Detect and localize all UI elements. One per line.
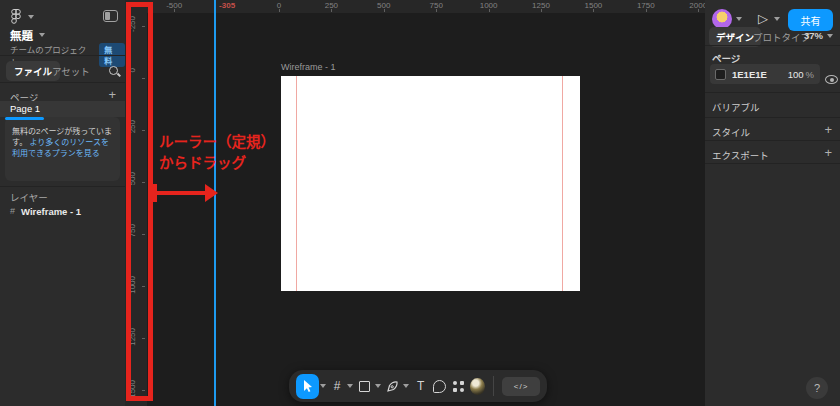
collapse-sidebar-icon[interactable]	[103, 10, 118, 22]
plan-limit-notice: 無料の2ページが残っています。 より多くのリソースを利用できるプランを見る	[5, 117, 120, 181]
annotation-line-1: ルーラー（定規）	[159, 132, 275, 153]
annotation-line-2: からドラッグ	[159, 153, 275, 174]
bottom-toolbar: # T </>	[289, 370, 547, 402]
upgrade-plan-link[interactable]: より多くのリソースを利用できるプランを見る	[12, 138, 109, 158]
h-ruler-tick-mark	[646, 9, 647, 12]
page-quota-progress-bar	[5, 117, 44, 120]
text-tool-button[interactable]: T	[411, 374, 430, 398]
file-menu[interactable]: 無題	[10, 27, 45, 43]
zoom-menu[interactable]: 37%	[804, 30, 833, 41]
wireframe-frame[interactable]	[281, 76, 580, 291]
divider	[0, 186, 125, 187]
user-avatar[interactable]	[712, 9, 732, 29]
toolbar-separator	[493, 376, 494, 396]
figma-app: -500025050075010001250150017502000-305 -…	[0, 0, 840, 406]
chevron-down-icon[interactable]	[736, 17, 742, 21]
chevron-down-icon[interactable]	[774, 17, 780, 21]
file-title: 無題	[10, 27, 33, 43]
comment-tool-button[interactable]	[430, 374, 449, 398]
help-button[interactable]: ?	[806, 377, 828, 399]
add-export-button[interactable]: +	[824, 148, 832, 158]
search-icon[interactable]	[108, 65, 120, 77]
color-hex-value[interactable]: 1E1E1E	[732, 69, 788, 80]
color-opacity-value[interactable]: 100	[788, 69, 804, 80]
dev-mode-toggle[interactable]: </>	[502, 377, 540, 396]
h-ruler-tick-mark	[698, 9, 699, 12]
color-swatch[interactable]	[715, 69, 726, 80]
comment-bubble-icon	[433, 380, 446, 393]
chevron-down-icon[interactable]	[375, 384, 381, 388]
move-tool-button[interactable]	[296, 374, 319, 399]
chevron-down-icon[interactable]	[403, 384, 409, 388]
frame-guide-right[interactable]	[562, 76, 563, 291]
zoom-level: 37%	[804, 30, 823, 41]
annotation-arrow-shaft	[154, 191, 207, 195]
layer-list-item[interactable]: # Wireframe - 1	[0, 203, 125, 219]
chevron-down-icon	[39, 33, 45, 37]
share-button[interactable]: 共有	[788, 9, 833, 31]
shape-tool-button[interactable]	[355, 374, 374, 398]
annotation-highlight-box	[126, 2, 153, 401]
chevron-down-icon[interactable]	[320, 384, 326, 388]
add-style-button[interactable]: +	[824, 125, 832, 135]
variables-section-header: バリアブル	[712, 100, 760, 114]
divider	[705, 140, 840, 141]
left-sidebar: 無題 チームのプロジェクト 無料 ファイル アセット ページ + Page 1 …	[0, 0, 125, 406]
chevron-down-icon[interactable]	[347, 384, 353, 388]
h-ruler-tick-mark	[384, 9, 385, 12]
frame-layer-icon: #	[10, 206, 15, 216]
page-list-item[interactable]: Page 1	[0, 101, 125, 117]
chevron-down-icon	[827, 34, 833, 38]
h-ruler-tick-mark	[279, 9, 280, 12]
dragged-guide-line[interactable]	[214, 0, 216, 406]
h-ruler-tick-mark	[174, 9, 175, 12]
rectangle-icon	[359, 381, 370, 392]
annotation-arrow-head-icon	[205, 184, 218, 202]
frame-title[interactable]: Wireframe - 1	[281, 62, 336, 72]
h-ruler-tick-mark	[541, 9, 542, 12]
h-ruler-tick-mark	[593, 9, 594, 12]
h-ruler-tick-mark	[436, 9, 437, 12]
figma-logo-icon[interactable]	[10, 8, 22, 25]
export-section-header: エクスポート	[712, 148, 769, 162]
annotation-text: ルーラー（定規） からドラッグ	[159, 132, 275, 174]
actions-grid-icon	[453, 381, 464, 392]
divider	[705, 117, 840, 118]
layer-name: Wireframe - 1	[21, 206, 81, 217]
pen-nib-icon	[386, 380, 399, 393]
tab-prototype[interactable]: プロトタイプ	[753, 30, 810, 44]
divider	[705, 163, 840, 164]
page-color-input[interactable]: 1E1E1E 100 %	[710, 64, 820, 84]
horizontal-ruler[interactable]: -500025050075010001250150017502000-305	[125, 0, 705, 13]
frame-guide-left[interactable]	[296, 76, 297, 291]
present-play-icon[interactable]: ▷	[758, 11, 768, 26]
page-section-header: ページ	[712, 51, 740, 65]
pen-tool-button[interactable]	[383, 374, 402, 398]
right-inspector-panel: ▷ 共有 デザイン プロトタイプ 37% ページ 1E1E1E 100 % バリ…	[705, 0, 840, 406]
actions-menu-button[interactable]	[449, 374, 468, 398]
divider	[0, 82, 125, 83]
styles-section-header: スタイル	[712, 125, 750, 139]
tab-assets[interactable]: アセット	[52, 64, 90, 78]
h-ruler-tick-mark	[331, 9, 332, 12]
visibility-eye-icon[interactable]	[825, 75, 838, 84]
percent-sign: %	[806, 69, 814, 80]
cursor-arrow-icon	[301, 379, 313, 393]
h-ruler-tick-mark	[489, 9, 490, 12]
add-page-button[interactable]: +	[108, 90, 116, 100]
frame-tool-button[interactable]: #	[328, 374, 347, 398]
divider	[0, 55, 125, 56]
divider	[705, 45, 840, 46]
chevron-down-icon[interactable]	[28, 15, 34, 19]
layers-section-header: レイヤー	[10, 190, 48, 204]
guide-position-label: -305	[219, 1, 235, 10]
ai-sphere-icon[interactable]	[470, 378, 485, 395]
divider	[705, 92, 840, 93]
